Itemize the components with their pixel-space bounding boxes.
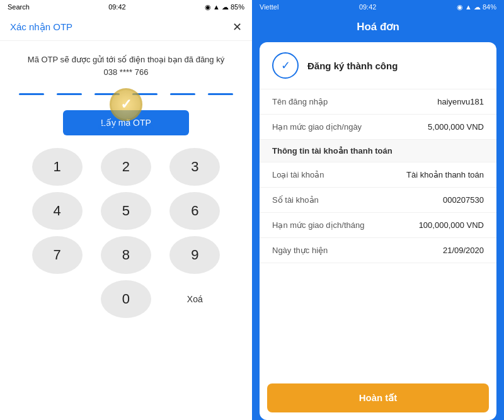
label-account-type: Loại tài khoản (272, 170, 406, 179)
watermark-text2: .com (133, 122, 154, 132)
numpad-key-8[interactable]: 8 (101, 236, 151, 274)
time-right: 09:42 (359, 3, 377, 11)
numpad-key-4[interactable]: 4 (32, 192, 83, 230)
label-daily-limit: Hạn mức giao dịch/ngày (272, 122, 428, 132)
otp-dot-2 (57, 93, 82, 95)
watermark-logo: ✓ (110, 88, 142, 121)
value-account-number: 000207530 (443, 195, 484, 205)
value-date: 21/09/2020 (443, 246, 484, 255)
icons-left: ◉ ▲ ☁ 85% (205, 3, 244, 11)
numpad-row-3: 7 8 9 (23, 236, 229, 274)
invoice-header: Hoá đơn (252, 14, 504, 42)
section-header: Thông tin tài khoản thanh toán (260, 140, 496, 162)
status-bar-left: Search 09:42 ◉ ▲ ☁ 85% (0, 0, 252, 14)
close-button[interactable]: ✕ (232, 20, 242, 34)
value-monthly-limit: 100,000,000 VND (419, 220, 484, 230)
done-btn-container: Hoàn tất (260, 377, 496, 420)
watermark-text: Giavang.com (98, 122, 154, 132)
row-daily-limit: Hạn mức giao dịch/ngày 5,000,000 VND (260, 115, 496, 140)
numpad: 1 2 3 4 5 6 7 8 9 0 Xoá (10, 148, 242, 318)
success-icon: ✓ (272, 52, 299, 79)
success-section: ✓ Đăng ký thành công (260, 42, 496, 89)
otp-body: Mã OTP sẽ được gửi tới số điện thoại bạn… (0, 41, 252, 420)
label-date: Ngày thực hiện (272, 246, 443, 255)
carrier-right: Viettel (260, 3, 278, 11)
numpad-key-5[interactable]: 5 (101, 192, 151, 230)
otp-dot-5 (170, 93, 195, 95)
numpad-delete-button[interactable]: Xoá (169, 280, 220, 318)
success-text: Đăng ký thành công (307, 60, 398, 71)
otp-header: Xác nhận OTP ✕ (0, 14, 252, 41)
numpad-row-4: 0 Xoá (23, 280, 229, 318)
checkmark-icon: ✓ (281, 59, 290, 72)
status-bar-right: Viettel 09:42 ◉ ▲ ☁ 84% (252, 0, 504, 14)
otp-dot-1 (19, 93, 44, 95)
otp-dot-6 (208, 93, 233, 95)
numpad-key-6[interactable]: 6 (169, 192, 220, 230)
left-panel: Search 09:42 ◉ ▲ ☁ 85% Xác nhận OTP ✕ Mã… (0, 0, 252, 420)
row-account-type: Loại tài khoản Tài khoản thanh toán (260, 162, 496, 188)
done-button[interactable]: Hoàn tất (267, 383, 489, 412)
value-daily-limit: 5,000,000 VND (428, 122, 484, 132)
watermark: ✓ Giavang.com (98, 88, 154, 132)
label-username: Tên đăng nhập (272, 97, 437, 106)
invoice-title: Hoá đơn (357, 21, 399, 33)
invoice-card: ✓ Đăng ký thành công Tên đăng nhập haiye… (260, 42, 496, 420)
label-monthly-limit: Hạn mức giao dịch/tháng (272, 220, 419, 230)
row-date: Ngày thực hiện 21/09/2020 (260, 238, 496, 263)
watermark-text1: Giavang (98, 122, 133, 132)
label-account-number: Số tài khoản (272, 195, 443, 205)
carrier-left: Search (8, 3, 30, 11)
row-username: Tên đăng nhập haiyenvu181 (260, 89, 496, 115)
numpad-key-empty (32, 280, 83, 318)
numpad-row-2: 4 5 6 (23, 192, 229, 230)
numpad-key-0[interactable]: 0 (101, 280, 151, 318)
otp-title: Xác nhận OTP (10, 21, 72, 33)
right-panel: Viettel 09:42 ◉ ▲ ☁ 84% Hoá đơn ✓ Đăng k… (252, 0, 504, 420)
info-rows: Tên đăng nhập haiyenvu181 Hạn mức giao d… (260, 89, 496, 377)
row-account-number: Số tài khoản 000207530 (260, 188, 496, 213)
value-username: haiyenvu181 (437, 97, 484, 106)
numpad-key-3[interactable]: 3 (169, 148, 220, 186)
numpad-key-7[interactable]: 7 (32, 236, 83, 274)
value-account-type: Tài khoản thanh toán (406, 170, 484, 179)
numpad-key-1[interactable]: 1 (32, 148, 83, 186)
row-monthly-limit: Hạn mức giao dịch/tháng 100,000,000 VND (260, 213, 496, 238)
icons-right: ◉ ▲ ☁ 84% (457, 3, 496, 11)
time-left: 09:42 (108, 3, 126, 11)
numpad-key-2[interactable]: 2 (101, 148, 151, 186)
numpad-row-1: 1 2 3 (23, 148, 229, 186)
numpad-key-9[interactable]: 9 (169, 236, 220, 274)
otp-message: Mã OTP sẽ được gửi tới số điện thoại bạn… (28, 54, 224, 78)
